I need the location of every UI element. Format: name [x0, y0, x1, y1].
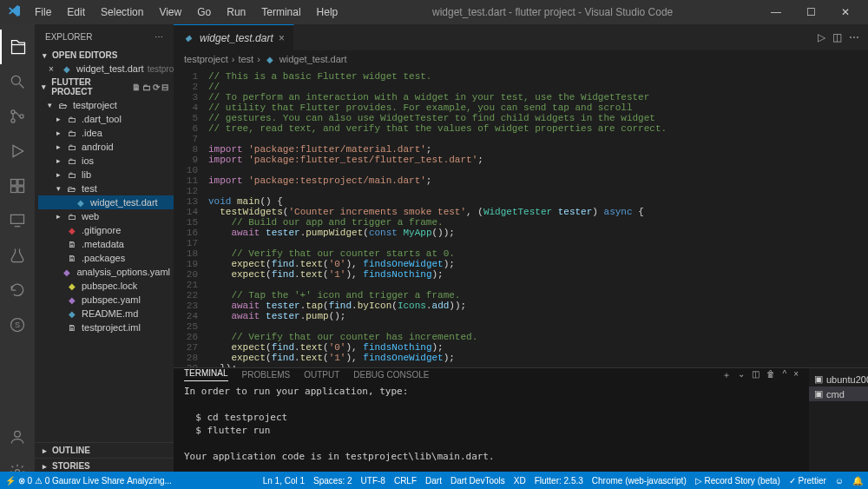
refresh-tab-icon[interactable]	[0, 273, 35, 307]
panel-tab-debug-console[interactable]: DEBUG CONSOLE	[353, 370, 429, 380]
eol[interactable]: CRLF	[394, 476, 417, 486]
split-editor-icon[interactable]: ◫	[832, 31, 842, 43]
minimize-button[interactable]: —	[760, 0, 792, 24]
s-tab-icon[interactable]: S	[0, 307, 35, 342]
source-control-tab-icon[interactable]	[0, 99, 35, 134]
editor-tab[interactable]: ◆ widget_test.dart ×	[174, 24, 294, 50]
terminal-shell-item[interactable]: ▣ubuntu2004	[809, 372, 868, 387]
git-file-icon: ◆	[66, 224, 78, 236]
sidebar-section-outline[interactable]: ▸OUTLINE	[35, 442, 174, 458]
collapse-icon[interactable]: ⊟	[161, 83, 168, 92]
svg-rect-6	[11, 187, 17, 193]
status-bar: ⚡ ⊗ 0 ⚠ 0 Gaurav Live Share Analyzing...…	[0, 472, 868, 489]
breadcrumb[interactable]: testproject› test› ◆ widget_test.dart	[174, 50, 868, 68]
tree-item[interactable]: ▸🗀lib	[38, 168, 174, 182]
tree-item-label: .packages	[82, 253, 125, 263]
explorer-tab-icon[interactable]	[0, 30, 35, 64]
tree-item[interactable]: ▸🗀android	[38, 140, 174, 154]
editor-tabs: ◆ widget_test.dart × ▷ ◫ ⋯	[174, 24, 868, 50]
tree-item[interactable]: ▸🗀.dart_tool	[38, 112, 174, 126]
xd[interactable]: XD	[514, 476, 526, 486]
maximize-panel-icon[interactable]: ^	[782, 369, 786, 381]
tree-item[interactable]: ◆pubspec.yaml	[38, 293, 174, 307]
tree-item[interactable]: ▸🗀ios	[38, 154, 174, 168]
tree-item[interactable]: ◆README.md	[38, 307, 174, 320]
menu-edit[interactable]: Edit	[60, 3, 92, 22]
record-story[interactable]: ▷ Record Story (beta)	[695, 476, 780, 486]
errors-warnings[interactable]: ⊗ 0 ⚠ 0	[18, 476, 49, 486]
panel-tab-problems[interactable]: PROBLEMS	[242, 370, 291, 380]
new-folder-icon[interactable]: 🗀	[142, 83, 151, 92]
menu-view[interactable]: View	[152, 3, 188, 22]
close-editor-icon[interactable]: ×	[45, 63, 57, 75]
close-tab-icon[interactable]: ×	[279, 32, 285, 44]
close-panel-icon[interactable]: ×	[793, 369, 799, 381]
tree-item[interactable]: ◆analysis_options.yaml	[38, 265, 174, 279]
project-section[interactable]: ▾ FLUTTER PROJECT 🗎 🗀 ⟳ ⊟	[35, 76, 174, 98]
open-editors-section[interactable]: ▾ OPEN EDITORS	[35, 49, 174, 62]
tree-item[interactable]: ▸🗀.idea	[38, 126, 174, 140]
tree-item[interactable]: ◆.gitignore	[38, 223, 174, 237]
new-terminal-icon[interactable]: ＋	[722, 369, 731, 381]
refresh-icon[interactable]: ⟳	[153, 83, 160, 92]
maximize-button[interactable]: ☐	[795, 0, 826, 24]
menu-file[interactable]: File	[28, 3, 58, 22]
tree-item-label: .idea	[82, 128, 102, 138]
remote-explorer-tab-icon[interactable]	[0, 203, 35, 238]
kill-terminal-icon[interactable]: 🗑	[766, 369, 775, 381]
tree-item[interactable]: ◆widget_test.dart	[38, 195, 174, 209]
tree-item-label: .metadata	[82, 239, 124, 249]
menu-terminal[interactable]: Terminal	[254, 3, 307, 22]
menu-help[interactable]: Help	[310, 3, 345, 22]
menu-go[interactable]: Go	[190, 3, 218, 22]
chevron-icon: ▸	[54, 115, 62, 123]
run-debug-tab-icon[interactable]	[0, 134, 35, 169]
folder-icon: 🗀	[66, 155, 78, 167]
chevron-icon: ▸	[54, 212, 62, 221]
device[interactable]: Chrome (web-javascript)	[592, 476, 687, 486]
folder-icon: 🗀	[66, 141, 78, 153]
panel-tab-output[interactable]: OUTPUT	[304, 370, 339, 380]
testing-tab-icon[interactable]	[0, 238, 35, 273]
close-button[interactable]: ✕	[830, 0, 861, 24]
tree-item-label: README.md	[82, 308, 138, 319]
run-icon[interactable]: ▷	[818, 31, 825, 43]
terminal-shell-item[interactable]: ▣cmd	[809, 387, 868, 401]
flutter-version[interactable]: Flutter: 2.5.3	[535, 476, 583, 486]
search-tab-icon[interactable]	[0, 64, 35, 99]
tree-item[interactable]: 🗎.packages	[38, 251, 174, 265]
accounts-icon[interactable]	[0, 420, 35, 454]
extensions-tab-icon[interactable]	[0, 169, 35, 203]
cursor-position[interactable]: Ln 1, Col 1	[263, 476, 305, 486]
svg-point-1	[11, 110, 15, 114]
yaml-file-icon: ◆	[66, 294, 78, 306]
tree-item[interactable]: ▾🗁test	[38, 182, 174, 195]
split-terminal-icon[interactable]: ◫	[752, 369, 760, 381]
tree-item[interactable]: 🗎.metadata	[38, 237, 174, 251]
notifications[interactable]: 🔔	[852, 476, 863, 486]
live-share[interactable]: Live Share	[83, 476, 125, 486]
new-file-icon[interactable]: 🗎	[132, 83, 141, 92]
tree-item[interactable]: ▸🗀web	[38, 209, 174, 223]
account-name[interactable]: Gaurav	[52, 476, 81, 486]
terminal-dropdown-icon[interactable]: ⌄	[738, 369, 745, 381]
indent[interactable]: Spaces: 2	[313, 476, 352, 486]
remote-indicator[interactable]: ⚡	[5, 476, 16, 486]
analyzing[interactable]: Analyzing...	[127, 476, 172, 486]
panel-tabs: TERMINALPROBLEMSOUTPUTDEBUG CONSOLE ＋ ⌄ …	[174, 368, 809, 381]
tree-item[interactable]: ▾🗁testproject	[38, 98, 174, 112]
code-editor[interactable]: 1234567891011121314151617181920212223242…	[174, 68, 868, 367]
feedback[interactable]: ☺	[835, 476, 844, 486]
tree-item[interactable]: 🗎testproject.iml	[38, 320, 174, 334]
panel-tab-terminal[interactable]: TERMINAL	[184, 368, 228, 381]
tree-item[interactable]: ◆pubspec.lock	[38, 279, 174, 293]
menu-selection[interactable]: Selection	[94, 3, 150, 22]
encoding[interactable]: UTF-8	[361, 476, 385, 486]
menu-run[interactable]: Run	[220, 3, 253, 22]
dart-devtools[interactable]: Dart DevTools	[450, 476, 505, 486]
more-actions-icon[interactable]: ⋯	[849, 31, 859, 43]
prettier[interactable]: ✓ Prettier	[789, 476, 826, 486]
language-mode[interactable]: Dart	[425, 476, 442, 486]
more-actions-icon[interactable]: ⋯	[155, 32, 163, 42]
open-editor-item[interactable]: ×◆widget_test.dart testproject\test	[38, 62, 174, 76]
